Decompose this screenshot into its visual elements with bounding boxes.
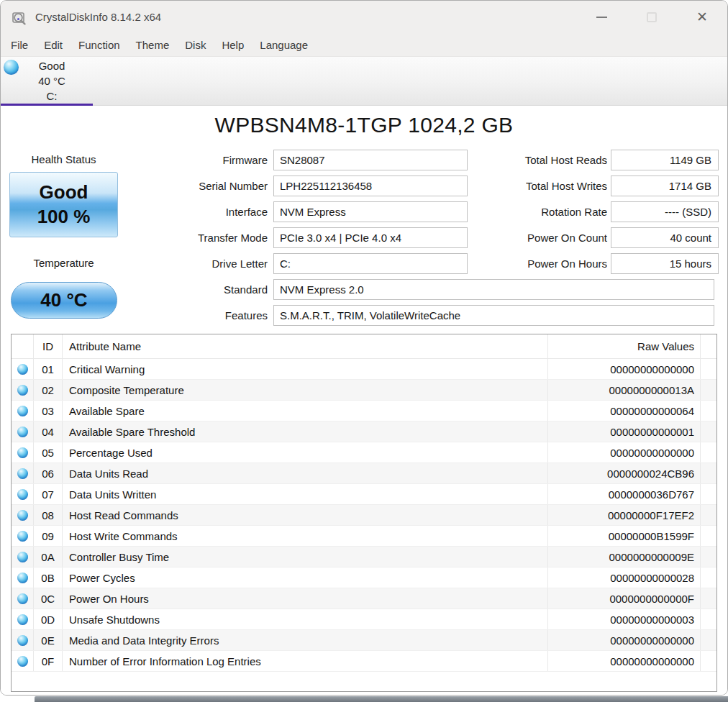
attribute-name: Available Spare Threshold	[63, 421, 548, 442]
field-value: 1714 GB	[611, 176, 719, 196]
attribute-raw-value: 00000000000001	[548, 421, 701, 442]
attribute-name: Power On Hours	[63, 588, 548, 608]
maximize-button[interactable]	[627, 1, 677, 33]
smart-attribute-row[interactable]: 0F Number of Error Information Log Entri…	[12, 651, 716, 672]
field-label: Drive Letter	[1, 257, 272, 270]
window-title: CrystalDiskInfo 8.14.2 x64	[35, 11, 161, 23]
field-label: Transfer Mode	[1, 232, 272, 244]
smart-attribute-row[interactable]: 0D Unsafe Shutdowns 00000000000003	[12, 609, 716, 630]
field-row: Features S.M.A.R.T., TRIM, VolatileWrite…	[1, 302, 719, 328]
smart-attribute-row[interactable]: 04 Available Spare Threshold 00000000000…	[12, 421, 716, 442]
row-status-cell	[12, 526, 34, 546]
attribute-name: Media and Data Integrity Errors	[63, 630, 548, 650]
attribute-raw-value: 0000000036D767	[548, 484, 701, 504]
attribute-id: 0D	[34, 609, 63, 629]
drive-tab-text: Good 40 °C C:	[11, 58, 93, 104]
attribute-name: Data Units Written	[63, 484, 548, 504]
field-label: Power On Hours	[476, 257, 607, 270]
close-button[interactable]: ✕	[677, 1, 727, 33]
smart-attribute-row[interactable]: 09 Host Write Commands 00000000B1599F	[12, 526, 716, 547]
attribute-name: Number of Error Information Log Entries	[63, 651, 548, 671]
status-orb-icon	[17, 468, 28, 479]
field-label: Total Host Writes	[476, 180, 607, 192]
menu-item[interactable]: Edit	[36, 39, 70, 51]
field-value: ---- (SSD)	[611, 201, 719, 222]
field-label: Standard	[1, 283, 272, 296]
field-row: Power On Hours 15 hours	[476, 250, 719, 276]
field-value: NVM Express 2.0	[273, 279, 714, 300]
menu-item[interactable]: Help	[214, 39, 252, 51]
close-icon: ✕	[696, 10, 708, 24]
status-orb-icon	[17, 635, 28, 646]
smart-attribute-row[interactable]: 0C Power On Hours 0000000000000F	[12, 588, 716, 609]
smart-attribute-row[interactable]: 0E Media and Data Integrity Errors 00000…	[12, 630, 716, 651]
row-status-cell	[12, 630, 34, 650]
row-status-cell	[12, 401, 34, 421]
smart-table-body: 01 Critical Warning 00000000000000 02 Co…	[12, 359, 716, 672]
drive-tab-status: Good	[11, 58, 93, 73]
field-value: 40 count	[611, 227, 719, 248]
field-value: 1149 GB	[611, 150, 719, 170]
row-status-cell	[12, 547, 34, 567]
attribute-id: 03	[34, 401, 63, 421]
attribute-name: Data Units Read	[63, 463, 548, 483]
menu-item[interactable]: Theme	[128, 39, 178, 51]
minimize-icon	[596, 17, 607, 18]
status-orb-icon	[17, 385, 28, 396]
titlebar: CrystalDiskInfo 8.14.2 x64 ✕	[1, 1, 727, 33]
main-content: WPBSN4M8-1TGP 1024,2 GB Health Status Go…	[1, 106, 727, 696]
field-value: 15 hours	[611, 253, 719, 274]
row-status-cell	[12, 484, 34, 504]
row-status-cell	[12, 442, 34, 462]
minimize-button[interactable]	[576, 1, 627, 33]
attribute-name: Controller Busy Time	[63, 547, 548, 567]
drive-info-right-column: Total Host Reads 1149 GB Total Host Writ…	[476, 147, 719, 276]
menu-item[interactable]: Disk	[177, 39, 214, 51]
menu-item[interactable]: Function	[70, 39, 128, 51]
attribute-id: 0C	[34, 588, 63, 608]
drive-info-wide-fields: Standard NVM Express 2.0 Features S.M.A.…	[1, 276, 719, 328]
menu-item[interactable]: Language	[252, 39, 316, 51]
attribute-id: 0E	[34, 630, 63, 650]
drive-model-title: WPBSN4M8-1TGP 1024,2 GB	[1, 113, 727, 137]
smart-attribute-row[interactable]: 01 Critical Warning 00000000000000	[12, 359, 716, 380]
field-value: C:	[273, 253, 468, 274]
status-orb-icon	[17, 593, 28, 604]
row-status-cell	[12, 588, 34, 608]
attribute-name: Percentage Used	[63, 442, 548, 462]
status-orb-icon	[17, 656, 28, 667]
field-row: Total Host Reads 1149 GB	[476, 147, 719, 173]
row-status-cell	[12, 567, 34, 588]
field-row: Rotation Rate ---- (SSD)	[476, 199, 719, 224]
window-controls: ✕	[576, 1, 727, 33]
attribute-name: Available Spare	[63, 401, 548, 421]
attribute-id: 0B	[34, 567, 63, 588]
attribute-raw-value: 00000000000064	[548, 401, 701, 421]
status-orb-icon	[17, 510, 28, 521]
attribute-id: 08	[34, 505, 63, 525]
attribute-raw-value: 00000000000028	[548, 567, 701, 588]
drive-tab-c[interactable]: Good 40 °C C:	[1, 57, 93, 106]
drive-tab-temperature: 40 °C	[11, 73, 93, 88]
smart-attribute-row[interactable]: 02 Composite Temperature 0000000000013A	[12, 380, 716, 401]
row-status-cell	[12, 359, 34, 379]
smart-table-header: ID Attribute Name Raw Values	[12, 334, 716, 359]
status-orb-icon	[17, 531, 28, 542]
smart-attribute-row[interactable]: 0A Controller Busy Time 0000000000009E	[12, 547, 716, 567]
attribute-raw-value: 0000000024CB96	[548, 463, 701, 483]
attribute-raw-value: 00000000000000	[548, 630, 701, 650]
field-value: SN28087	[273, 150, 468, 170]
row-status-cell	[12, 505, 34, 525]
field-row: Total Host Writes 1714 GB	[476, 173, 719, 199]
app-window: CrystalDiskInfo 8.14.2 x64 ✕ File Edit F…	[0, 0, 728, 696]
menu-item[interactable]: File	[3, 39, 36, 51]
status-orb-icon	[17, 614, 28, 625]
smart-attribute-row[interactable]: 08 Host Read Commands 00000000F17EF2	[12, 505, 716, 526]
row-status-cell	[12, 463, 34, 483]
smart-attribute-row[interactable]: 06 Data Units Read 0000000024CB96	[12, 463, 716, 484]
smart-attribute-row[interactable]: 03 Available Spare 00000000000064	[12, 401, 716, 421]
smart-attribute-row[interactable]: 05 Percentage Used 00000000000000	[12, 442, 716, 463]
smart-attribute-row[interactable]: 0B Power Cycles 00000000000028	[12, 567, 716, 588]
field-label: Serial Number	[1, 180, 272, 192]
smart-attribute-row[interactable]: 07 Data Units Written 0000000036D767	[12, 484, 716, 505]
